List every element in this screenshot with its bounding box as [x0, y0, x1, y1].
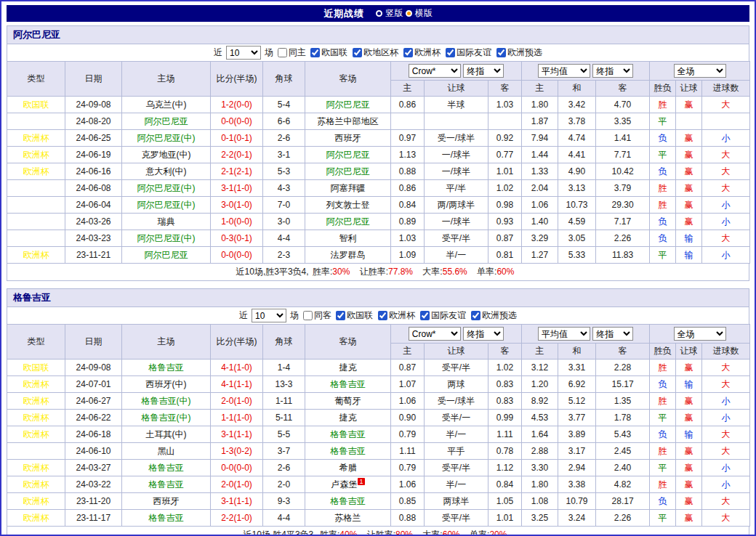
goals-result: 大	[702, 443, 750, 460]
score: 0-0(0-0)	[211, 460, 263, 476]
asian-handicap: 一/球半	[425, 214, 488, 230]
competition-filter[interactable]: 欧国联	[310, 46, 347, 59]
home-team: 格鲁吉亚	[122, 460, 211, 476]
competition-filter[interactable]: 国际友谊	[445, 46, 491, 59]
page-title: 近期战绩	[323, 7, 364, 20]
goals-result: 大	[702, 147, 750, 163]
stat-label: 单率:	[475, 267, 497, 277]
competition-checkbox[interactable]	[336, 311, 345, 320]
asian-handicap	[425, 113, 488, 130]
asian-odds-group: Crow* 终指	[391, 62, 522, 81]
col-date: 日期	[65, 62, 122, 97]
euro-stage-select[interactable]: 终指	[592, 64, 633, 78]
competition-type: 欧洲杯	[7, 476, 65, 493]
match-date: 24-06-18	[65, 426, 122, 443]
handicap-result: 赢	[676, 410, 702, 426]
asian-away-odds: 0.92	[488, 130, 522, 147]
asian-stage-select[interactable]: 终指	[463, 327, 504, 341]
home-team: 格鲁吉亚(中)	[122, 410, 211, 426]
competition-filter[interactable]: 欧国联	[335, 309, 373, 322]
competition-checkbox[interactable]	[420, 311, 430, 320]
view-mode-radio[interactable]: 竖版	[376, 7, 403, 20]
match-result: 负	[650, 426, 676, 443]
score: 0-3(0-1)	[211, 230, 263, 247]
goals-result: 大	[702, 493, 750, 510]
same-side-checkbox[interactable]	[303, 311, 313, 320]
competition-type: 欧洲杯	[7, 410, 65, 426]
asian-handicap: 受一/球半	[425, 130, 488, 147]
asian-away-odds: 1.01	[488, 163, 522, 180]
score: 1-1(1-0)	[211, 410, 263, 426]
match-date: 23-11-20	[65, 493, 122, 510]
competition-filter[interactable]: 欧洲杯	[403, 46, 441, 59]
competition-checkbox[interactable]	[446, 48, 455, 57]
euro-stage-select[interactable]: 终指	[592, 327, 633, 341]
col-score: 比分(半场)	[211, 62, 263, 97]
competition-checkbox[interactable]	[403, 48, 413, 57]
goals-result	[702, 113, 750, 130]
competition-type: 欧地区杯	[7, 113, 65, 130]
euro-draw-odds: 3.17	[558, 443, 596, 460]
recent-count-select[interactable]: 10	[226, 46, 261, 60]
euro-draw-odds: 3.42	[558, 97, 596, 113]
handicap-result: 赢	[676, 147, 702, 163]
footer-summary: 近10场,胜4平3负3,	[244, 529, 316, 536]
competition-filter[interactable]: 欧洲预选	[470, 309, 517, 322]
handicap-result: 输	[676, 230, 702, 247]
competition-type: 欧国联	[7, 360, 65, 376]
home-team: 黑山	[122, 443, 211, 460]
corners: 1-11	[263, 393, 305, 410]
asian-stage-select[interactable]: 终指	[463, 64, 504, 78]
asian-source-select[interactable]: Crow*	[409, 64, 461, 78]
euro-home-odds: 3.30	[522, 460, 558, 476]
euro-source-select[interactable]: 平均值	[538, 327, 590, 341]
competition-label: 国际友谊	[457, 46, 491, 59]
competition-checkbox[interactable]	[496, 48, 506, 57]
match-result: 平	[650, 460, 676, 476]
score: 0-0(0-0)	[211, 247, 263, 264]
away-team: 格鲁吉亚	[305, 376, 391, 393]
away-team: 葡萄牙	[305, 393, 391, 410]
euro-away-odds: 4.70	[596, 97, 650, 113]
top-bar: 近期战绩 竖版 横版	[7, 5, 749, 22]
competition-checkbox[interactable]	[471, 311, 480, 320]
handicap-result: 赢	[676, 180, 702, 197]
asian-source-select[interactable]: Crow*	[409, 327, 461, 341]
asian-home-odds: 0.89	[391, 214, 425, 230]
competition-checkbox[interactable]	[378, 311, 387, 320]
competition-checkbox[interactable]	[310, 48, 320, 57]
euro-away-odds: 1.35	[596, 393, 650, 410]
competition-checkbox[interactable]	[353, 48, 362, 57]
view-mode-radio[interactable]: 横版	[406, 7, 433, 20]
score: 2-2(0-1)	[211, 147, 263, 163]
col-corner: 角球	[263, 62, 305, 97]
same-side-checkbox[interactable]	[278, 48, 287, 57]
euro-draw-odds: 3.31	[558, 360, 596, 376]
same-side-filter[interactable]: 同客	[302, 309, 331, 322]
competition-filter[interactable]: 国际友谊	[419, 309, 466, 322]
asian-home-odds: 1.11	[391, 443, 425, 460]
competition-label: 欧洲杯	[389, 309, 415, 322]
scope-select[interactable]: 全场	[674, 64, 726, 78]
match-row: 欧洲杯24-07-01西班牙(中)4-1(1-1)13-3格鲁吉亚1.07两球0…	[7, 376, 750, 393]
home-team: 西班牙	[122, 493, 211, 510]
results-body: 欧国联24-09-08乌克兰(中)1-2(0-0)5-4阿尔巴尼亚0.86半球1…	[7, 97, 750, 264]
euro-source-select[interactable]: 平均值	[538, 64, 590, 78]
col-cover: 让球	[676, 81, 702, 97]
goals-result: 大	[702, 426, 750, 443]
score: 2-0(1-0)	[211, 476, 263, 493]
asian-home-odds: 0.86	[391, 97, 425, 113]
match-result: 负	[650, 376, 676, 393]
stat-value: 55.6%	[443, 267, 467, 277]
competition-type: 欧洲杯	[7, 163, 65, 180]
competition-filter[interactable]: 欧地区杯	[352, 46, 398, 59]
match-result: 平	[650, 247, 676, 264]
competition-type: 国际友谊	[7, 180, 65, 197]
score: 1-0(0-0)	[211, 214, 263, 230]
competition-filter[interactable]: 欧洲预选	[496, 46, 542, 59]
recent-count-select[interactable]: 10	[252, 309, 286, 322]
scope-select[interactable]: 全场	[674, 327, 726, 341]
same-side-filter[interactable]: 同主	[277, 46, 306, 59]
euro-away-odds: 4.82	[596, 476, 650, 493]
competition-filter[interactable]: 欧洲杯	[377, 309, 415, 322]
